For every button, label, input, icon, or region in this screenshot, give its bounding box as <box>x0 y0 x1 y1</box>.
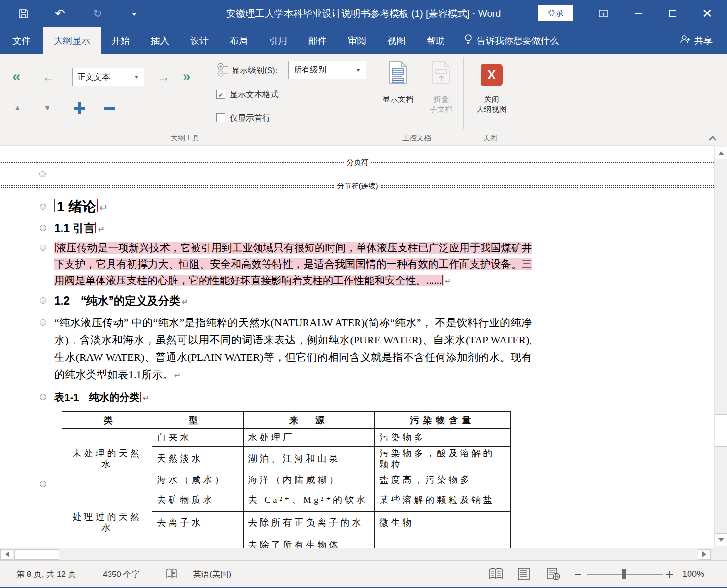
demote-button[interactable]: → <box>158 70 170 84</box>
move-up-button[interactable]: ▲ <box>13 103 22 113</box>
vertical-scrollbar[interactable] <box>714 145 727 548</box>
web-layout-button[interactable] <box>546 561 561 588</box>
heading-1[interactable]: 1 绪论↵ <box>54 197 714 217</box>
table-cell[interactable]: 去除所有正负离子的水 <box>243 511 374 534</box>
sign-in-button[interactable]: 登录 <box>538 5 573 21</box>
demote-to-bodytext-button[interactable]: » <box>183 68 189 85</box>
expand-button[interactable] <box>74 102 85 114</box>
water-types-table[interactable]: 类型 来 源 污染物含量 未处理的天然水 自来水 水处理厂 污染物多 天然淡水 … <box>62 411 714 548</box>
collapse-ribbon-icon[interactable] <box>705 133 720 144</box>
horizontal-scrollbar[interactable] <box>0 548 727 560</box>
maximize-button[interactable] <box>659 0 686 27</box>
zoom-out-button[interactable] <box>575 561 581 588</box>
print-layout-button[interactable] <box>517 561 530 588</box>
show-first-line-only-checkbox[interactable]: 仅显示首行 <box>216 112 271 123</box>
table-row[interactable]: 未处理的天然水 自来水 水处理厂 污染物多 <box>62 429 511 446</box>
outline-bullet[interactable] <box>40 394 46 400</box>
table-caption-text[interactable]: 表1-1 纯水的分类 <box>54 392 139 403</box>
share-button[interactable]: 共享 <box>665 27 727 54</box>
paragraph-purewater-text[interactable]: “纯水液压传动” 中的“纯水”是指纯粹的天然水(NATURALW ATER)(简… <box>54 317 532 380</box>
tab-help[interactable]: 帮助 <box>416 27 456 54</box>
cell-group-treated[interactable]: 处理过的天然水 <box>62 489 152 548</box>
table-cell[interactable]: 去离子水 <box>152 511 243 534</box>
promote-button[interactable]: ← <box>42 70 54 84</box>
highlighted-text[interactable]: 液压传动是一项新兴技术，它被引用到工业领域只有很短的时间，单体液压支柱已广泛应用… <box>54 242 532 286</box>
scroll-right-button[interactable] <box>698 549 711 560</box>
scroll-left-button[interactable] <box>0 549 13 560</box>
tell-me-box[interactable]: 告诉我你想要做什么 <box>456 27 567 54</box>
table-caption[interactable]: 表1-1 纯水的分类↵ <box>54 390 714 405</box>
heading-1-2[interactable]: 1.2 “纯水”的定义及分类↵ <box>54 293 714 309</box>
table-cell[interactable]: 某些溶解的颗粒及钠盐 <box>374 489 511 511</box>
close-outline-view-button[interactable]: X 关闭 大纲视图 <box>469 61 514 115</box>
word-count[interactable]: 4350 个字 <box>103 561 140 588</box>
vertical-scroll-thumb[interactable] <box>715 414 727 447</box>
table-cell[interactable]: 湖泊、江河和山泉 <box>243 446 374 471</box>
table-cell[interactable]: 去 Ca²⁺、Mg²⁺的软水 <box>243 489 374 511</box>
page-indicator[interactable]: 第 8 页, 共 12 页 <box>16 561 76 588</box>
tab-file[interactable]: 文件 <box>0 27 43 54</box>
zoom-level[interactable]: 100% <box>682 561 704 588</box>
tab-outlining[interactable]: 大纲显示 <box>43 27 101 54</box>
tab-design[interactable]: 设计 <box>180 27 219 54</box>
table-row[interactable]: 处理过的天然水 去矿物质水 去 Ca²⁺、Mg²⁺的软水 某些溶解的颗粒及钠盐 <box>62 489 511 511</box>
table-cell[interactable]: 自来水 <box>152 429 243 446</box>
table-cell[interactable]: 污染物多，酸及溶解的颗粒 <box>374 446 511 471</box>
table-cell[interactable]: 去除了所有生物体 <box>243 534 374 548</box>
table-cell[interactable]: 去矿物质水 <box>152 489 243 511</box>
move-down-button[interactable]: ▼ <box>43 103 51 113</box>
paragraph-highlighted[interactable]: 液压传动是一项新兴技术，它被引用到工业领域只有很短的时间，单体液压支柱已广泛应用… <box>54 240 532 290</box>
horizontal-scroll-thumb[interactable] <box>14 549 59 560</box>
outline-bullet[interactable] <box>40 481 46 487</box>
tab-review[interactable]: 审阅 <box>337 27 377 54</box>
table-cell[interactable] <box>374 534 511 548</box>
table-cell[interactable]: 盐度高，污染物多 <box>374 471 511 489</box>
collapse-button[interactable] <box>104 107 115 110</box>
heading-1-text[interactable]: 1 绪论 <box>57 199 96 214</box>
outline-bullet[interactable] <box>40 225 46 231</box>
table-cell[interactable]: 污染物多 <box>374 429 511 446</box>
outline-bullet[interactable] <box>39 171 46 177</box>
table-cell[interactable]: 海水（咸水） <box>152 471 243 489</box>
heading-1-1-text[interactable]: 1.1 引言 <box>54 222 95 234</box>
close-button[interactable]: ✕ <box>694 0 721 27</box>
show-text-formatting-checkbox[interactable]: ✔ 显示文本格式 <box>216 89 279 100</box>
tab-layout[interactable]: 布局 <box>219 27 259 54</box>
cell-group-untreated[interactable]: 未处理的天然水 <box>62 429 152 489</box>
show-level-dropdown[interactable]: 所有级别 <box>288 61 366 79</box>
outline-bullet[interactable] <box>40 319 46 326</box>
proofing-icon[interactable] <box>165 561 178 588</box>
scroll-up-button[interactable] <box>715 147 727 159</box>
outline-bullet[interactable] <box>40 297 46 304</box>
read-mode-button[interactable] <box>488 561 504 588</box>
tab-view[interactable]: 视图 <box>377 27 416 54</box>
promote-to-heading1-button[interactable]: « <box>12 68 19 85</box>
outline-bullet[interactable] <box>40 245 46 251</box>
table-cell[interactable]: 天然淡水 <box>152 446 243 471</box>
scroll-down-button[interactable] <box>715 533 727 546</box>
heading-1-2-text[interactable]: 1.2 “纯水”的定义及分类 <box>54 294 180 307</box>
show-document-button[interactable]: 显示文档 <box>378 61 418 105</box>
checkbox-checked-icon: ✔ <box>216 90 225 99</box>
tab-home[interactable]: 开始 <box>101 27 140 54</box>
document-canvas[interactable]: 分页符 分节符(连续) 1 绪论↵ 1.1 引言↵ 液压传动是一项新兴技术，它被… <box>0 145 714 548</box>
zoom-in-button[interactable] <box>666 561 673 588</box>
outline-bullet[interactable] <box>40 204 46 210</box>
paragraph-purewater[interactable]: “纯水液压传动” 中的“纯水”是指纯粹的天然水(NATURALW ATER)(简… <box>54 314 532 384</box>
lightbulb-icon <box>464 34 472 48</box>
tab-references[interactable]: 引用 <box>259 27 298 54</box>
table-cell[interactable]: 海洋（内陆咸糊） <box>243 471 374 489</box>
table-cell[interactable]: 微生物 <box>374 511 511 534</box>
minimize-button[interactable] <box>625 0 652 27</box>
table-cell[interactable] <box>152 534 243 548</box>
zoom-slider-thumb[interactable] <box>622 569 626 579</box>
tab-mailings[interactable]: 邮件 <box>298 27 337 54</box>
language-indicator[interactable]: 英语(美国) <box>193 561 231 588</box>
return-mark-icon: ↵ <box>181 297 188 306</box>
table-cell[interactable]: 水处理厂 <box>243 429 374 446</box>
close-outline-view-icon: X <box>469 61 514 91</box>
outline-level-dropdown[interactable]: 正文文本 <box>72 68 144 86</box>
tab-insert[interactable]: 插入 <box>140 27 180 54</box>
heading-1-1[interactable]: 1.1 引言↵ <box>54 220 714 237</box>
ribbon-display-options-icon[interactable] <box>590 0 617 27</box>
